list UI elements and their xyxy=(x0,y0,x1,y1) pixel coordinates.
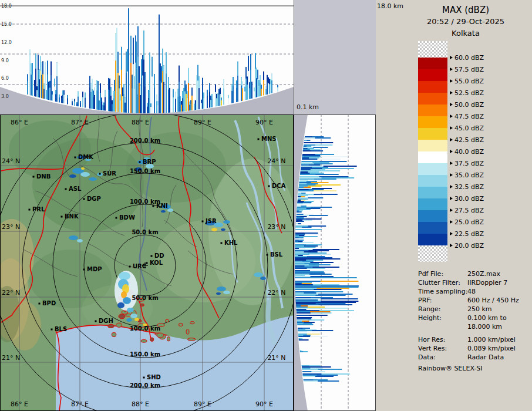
echo-blob xyxy=(134,318,139,321)
ring-label: 150.0 km xyxy=(130,168,160,174)
station-name: Kolkata xyxy=(399,29,532,38)
lat-label: 22° N xyxy=(267,289,285,297)
ring-label: 200.0 km xyxy=(130,382,160,389)
scale-band xyxy=(418,210,447,222)
city-label: DCA xyxy=(272,183,286,189)
product-title: MAX (dBZ) xyxy=(399,5,532,15)
scale-boundary-label: 22.5 dBZ xyxy=(450,231,484,237)
scale-boundary-label: 45.0 dBZ xyxy=(450,125,484,131)
city-marker xyxy=(39,303,41,305)
scale-arrow-icon xyxy=(450,161,453,165)
city-label: MDP xyxy=(87,266,102,272)
scale-boundary-label: 52.5 dBZ xyxy=(450,90,484,96)
echo-blob xyxy=(123,297,131,304)
ring-label: 50.0 km xyxy=(132,295,158,301)
city-label: SUR xyxy=(103,170,116,177)
scale-value: 57.5 dBZ xyxy=(454,66,484,73)
city-label: KOL xyxy=(150,260,163,266)
legend-panel: 18.0 km MAX (dBZ) 20:52 / 29-Oct-2025 Ko… xyxy=(376,0,532,411)
lat-label: 24° N xyxy=(267,157,285,165)
island xyxy=(141,339,147,342)
axis-min-label: 0.1 km xyxy=(297,103,319,111)
echo-blob xyxy=(260,277,266,280)
scale-arrow-icon xyxy=(450,79,453,83)
side-axis-header: 0.1 km xyxy=(294,0,376,114)
scale-band xyxy=(418,140,447,151)
echo-blob xyxy=(69,235,78,240)
scale-value: 30.0 dBZ xyxy=(454,195,484,203)
scale-boundary-label: 37.5 dBZ xyxy=(450,160,484,166)
scale-value: 50.0 dBZ xyxy=(454,101,484,109)
info-label: Time sampling: xyxy=(418,287,467,296)
info-row: Range:250 km xyxy=(418,305,531,314)
scale-value: 52.5 dBZ xyxy=(454,89,484,97)
ring-label: 50.0 km xyxy=(132,229,158,235)
lon-label: 90° E xyxy=(255,400,273,408)
city-label: BRP xyxy=(143,159,156,165)
top-profile-panel: 18.015.012.09.06.03.0 xyxy=(0,0,294,114)
city-label: PRL xyxy=(32,206,45,213)
scale-arrow-icon xyxy=(450,138,453,142)
echo-blob xyxy=(77,239,83,242)
island xyxy=(116,323,122,327)
echo-blob xyxy=(223,291,230,294)
info-group: Pdf File:250Z.maxClutter Filter:IIRDoppl… xyxy=(418,269,531,331)
info-row: 18.000 km xyxy=(418,322,531,331)
city-marker xyxy=(268,186,270,187)
ring-label: 150.0 km xyxy=(130,351,160,358)
city-marker xyxy=(129,266,131,268)
city-label: DGH xyxy=(99,318,113,324)
info-label: PRF: xyxy=(418,296,467,305)
product-timestamp: 20:52 / 29-Oct-2025 xyxy=(399,17,532,26)
city-marker xyxy=(65,188,67,190)
city-marker xyxy=(143,377,145,379)
scale-boundary-label: 35.0 dBZ xyxy=(450,172,484,178)
city-label: BSL xyxy=(270,251,283,258)
echo-blob xyxy=(216,292,221,295)
lon-label: 87° E xyxy=(71,400,89,408)
city-label: MNS xyxy=(261,136,277,142)
city-marker xyxy=(33,176,35,178)
ring-label: 200.0 km xyxy=(130,137,160,144)
info-label: Clutter Filter: xyxy=(418,278,467,287)
info-row: Hor Res:1.000 km/pixel xyxy=(418,335,531,344)
scale-value: 47.5 dBZ xyxy=(454,113,484,120)
island xyxy=(187,338,196,341)
scale-band xyxy=(418,222,447,234)
scale-value: 45.0 dBZ xyxy=(454,124,484,132)
lon-label: 90° E xyxy=(255,119,273,126)
info-label: Pdf File: xyxy=(418,269,467,278)
lon-label: 89° E xyxy=(194,119,211,126)
info-row: Time sampling:48 xyxy=(418,287,531,296)
lon-label: 89° E xyxy=(194,400,211,408)
island xyxy=(108,324,115,328)
city-marker xyxy=(51,329,53,331)
info-value: 250Z.max xyxy=(467,270,500,278)
city-label: DD xyxy=(154,252,164,259)
city-label: BPD xyxy=(42,300,56,306)
echo-blob xyxy=(161,210,166,213)
island xyxy=(140,304,144,306)
map-panel: 86° E86° E87° E87° E88° E88° E89° E89° E… xyxy=(0,114,294,411)
lat-label: 22° N xyxy=(2,289,20,297)
scale-band xyxy=(418,128,447,140)
height-tick-label: 6.0 xyxy=(1,76,9,81)
city-label: SHD xyxy=(147,374,161,380)
echo-blob xyxy=(130,314,137,318)
scale-arrow-icon xyxy=(450,126,453,130)
echo-spike xyxy=(128,8,129,113)
scale-value: 32.5 dBZ xyxy=(454,183,484,191)
echo-blob xyxy=(167,208,173,212)
info-value: Radar Data xyxy=(467,353,504,361)
info-label: Vert Res: xyxy=(418,344,467,353)
island xyxy=(167,337,170,341)
scale-boundary-label: 20.0 dBZ xyxy=(450,242,484,248)
echo-blob xyxy=(117,302,124,308)
city-marker xyxy=(95,321,97,322)
scale-value: 40.0 dBZ xyxy=(454,148,484,156)
scale-band xyxy=(418,58,447,69)
city-marker xyxy=(221,242,223,244)
city-marker xyxy=(153,206,154,207)
info-value: 48 xyxy=(467,288,476,295)
scale-value: 55.0 dBZ xyxy=(454,78,484,85)
